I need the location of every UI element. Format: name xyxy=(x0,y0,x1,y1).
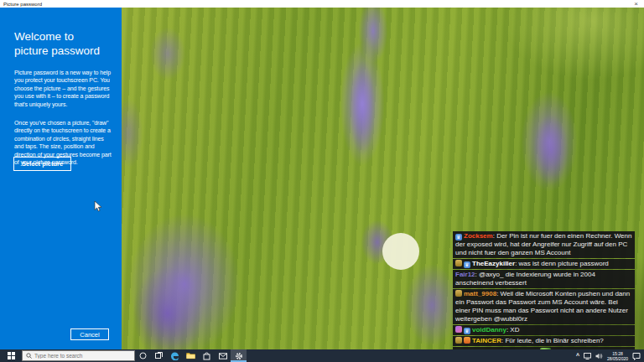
chat-username[interactable]: voidDanny xyxy=(472,326,506,334)
search-input[interactable] xyxy=(34,353,127,359)
chat-message: matt_9908: Weil die Microsoft Konten pus… xyxy=(453,289,635,324)
volume-icon[interactable] xyxy=(595,353,603,359)
tray-date: 28/05/2020 xyxy=(607,356,628,361)
cancel-button[interactable]: Cancel xyxy=(70,328,109,340)
cortana-icon xyxy=(139,352,147,359)
task-view-button[interactable] xyxy=(151,349,167,362)
close-icon[interactable]: × xyxy=(634,0,638,8)
taskbar: ^ 15:28 28/05/2020 xyxy=(0,349,644,362)
lock-badge-icon xyxy=(455,290,462,297)
select-picture-button[interactable]: Select picture xyxy=(13,157,71,171)
gear-icon xyxy=(235,352,243,360)
chat-message: ♛TheEazykiller: was ist denn picture pas… xyxy=(453,259,635,269)
system-tray: ^ 15:28 28/05/2020 xyxy=(576,349,644,362)
settings-button[interactable] xyxy=(231,349,247,362)
mouse-cursor-icon xyxy=(94,200,102,212)
chat-message: ♛Zocksem: Der Pin ist nur fuer den einen… xyxy=(453,231,635,258)
chat-message: Fair12: @axyo_ die Indexierung wurde in … xyxy=(453,270,635,288)
sidebar-panel: Welcome to picture password Picture pass… xyxy=(0,8,122,349)
prime-badge-icon: ♛ xyxy=(464,328,470,334)
edge-icon xyxy=(170,351,179,360)
tray-chevron-icon[interactable]: ^ xyxy=(576,349,579,362)
action-center-icon[interactable] xyxy=(632,352,641,360)
store-bag-icon xyxy=(203,352,210,360)
mail-button[interactable] xyxy=(215,349,231,362)
prime-badge-icon: ♛ xyxy=(455,234,462,240)
window-titlebar: Picture password × xyxy=(0,0,644,8)
chat-message: ♛voidDanny: XD xyxy=(453,325,635,335)
file-explorer-button[interactable] xyxy=(183,349,199,362)
edge-button[interactable] xyxy=(167,349,183,362)
chat-username[interactable]: TheEazykiller xyxy=(472,260,515,267)
store-button[interactable] xyxy=(199,349,215,362)
chat-username[interactable]: TAINCER xyxy=(472,337,501,344)
chat-username[interactable]: matt_9908 xyxy=(464,290,496,297)
cortana-button[interactable] xyxy=(135,349,151,362)
chat-overlay[interactable]: ♛Zocksem: Der Pin ist nur fuer den einen… xyxy=(453,231,635,349)
page-title: Welcome to picture password xyxy=(14,29,105,58)
window-title: Picture password xyxy=(0,2,42,7)
start-button[interactable] xyxy=(0,349,22,362)
tray-clock[interactable]: 15:28 28/05/2020 xyxy=(607,351,628,361)
search-icon xyxy=(26,353,32,359)
chat-username[interactable]: Fair12 xyxy=(455,271,475,278)
intro-paragraph: Picture password is a new way to help yo… xyxy=(14,69,112,108)
fire-badge-icon xyxy=(464,337,470,344)
chat-username[interactable]: Zocksem xyxy=(464,232,493,240)
party-badge-icon xyxy=(455,326,462,333)
gesture-circle[interactable] xyxy=(382,233,419,270)
prime-badge-icon: ♛ xyxy=(464,261,470,268)
screen: Picture password × Welcome to picture pa… xyxy=(0,0,644,362)
network-icon[interactable] xyxy=(584,353,591,359)
task-view-icon xyxy=(155,352,163,359)
mail-icon xyxy=(219,353,227,359)
lock-badge-icon xyxy=(455,337,462,344)
folder-icon xyxy=(186,352,195,359)
chat-message: TAINCER: Für leute, die in Binär schreib… xyxy=(453,336,635,346)
lock-badge-icon xyxy=(455,260,462,266)
windows-logo-icon xyxy=(8,352,15,359)
taskbar-search[interactable] xyxy=(22,350,135,361)
